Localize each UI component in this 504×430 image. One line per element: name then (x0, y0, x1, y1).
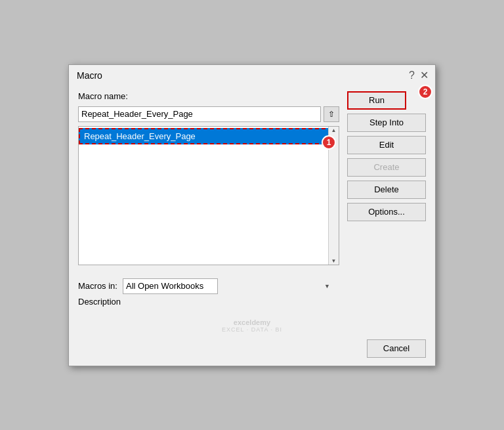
watermark: exceldemy EXCEL · DATA · BI (69, 313, 435, 335)
macro-list: Repeat_Header_Every_Page 1 (79, 127, 339, 265)
delete-button[interactable]: Delete (347, 181, 426, 199)
dialog-title: Macro (77, 70, 102, 81)
dialog-body: Macro name: ⇧ Repeat_Header_Every_Page 1… (69, 85, 435, 274)
macro-name-row: ⇧ (78, 106, 339, 122)
run-badge: 2 (418, 85, 432, 99)
macros-in-select[interactable]: All Open Workbooks This Workbook (123, 278, 218, 294)
upload-button[interactable]: ⇧ (324, 106, 339, 122)
macros-in-select-wrapper: All Open Workbooks This Workbook (123, 278, 333, 294)
create-button[interactable]: Create (347, 158, 426, 177)
macros-in-row: Macros in: All Open Workbooks This Workb… (78, 278, 426, 294)
macro-list-item[interactable]: Repeat_Header_Every_Page (79, 128, 339, 144)
left-panel: Macro name: ⇧ Repeat_Header_Every_Page 1… (78, 91, 339, 265)
list-badge: 1 (322, 135, 336, 150)
bottom-section: Macros in: All Open Workbooks This Workb… (69, 274, 435, 313)
description-label: Description (78, 297, 426, 307)
dialog-footer: Cancel (69, 335, 435, 366)
step-into-button[interactable]: Step Into (347, 114, 426, 132)
help-icon[interactable]: ? (409, 70, 415, 81)
scroll-up-icon[interactable]: ▲ (331, 127, 337, 133)
run-button-wrapper: Run 2 (347, 91, 426, 110)
macro-name-input[interactable] (78, 106, 321, 122)
macro-list-container: Repeat_Header_Every_Page 1 ▲ ▼ (78, 126, 339, 265)
cancel-button[interactable]: Cancel (367, 339, 426, 358)
list-item-wrapper: Repeat_Header_Every_Page 1 (79, 128, 339, 144)
edit-button[interactable]: Edit (347, 136, 426, 154)
close-icon[interactable]: ✕ (420, 70, 429, 81)
watermark-name: exceldemy (234, 318, 270, 326)
options-button[interactable]: Options... (347, 203, 426, 221)
macros-in-label: Macros in: (78, 281, 117, 291)
macro-name-label: Macro name: (78, 91, 339, 101)
watermark-subtitle: EXCEL · DATA · BI (222, 326, 282, 333)
title-bar-icons: ? ✕ (409, 70, 429, 81)
scroll-down-icon[interactable]: ▼ (331, 258, 337, 264)
title-bar: Macro ? ✕ (69, 65, 435, 85)
right-panel: Run 2 Step Into Edit Create Delete Optio… (347, 91, 426, 265)
run-button[interactable]: Run (347, 91, 406, 110)
macro-dialog: Macro ? ✕ Macro name: ⇧ Repeat_Header_Ev… (68, 64, 436, 366)
